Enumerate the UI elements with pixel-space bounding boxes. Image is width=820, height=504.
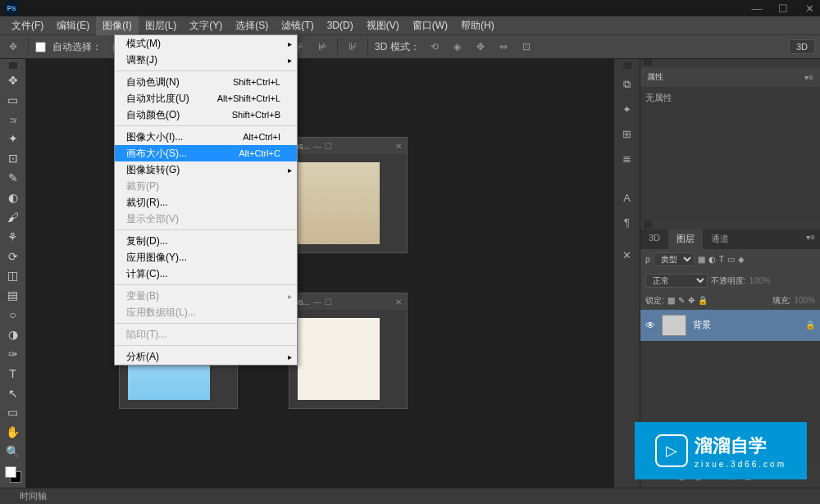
tools-preset-icon[interactable]: ✕ [617,244,637,266]
3d-scale-icon[interactable]: ⊡ [518,39,535,55]
menu-item[interactable]: 复制(D)... [115,233,297,249]
doc-1-min-icon[interactable]: — [313,142,321,151]
move-tool[interactable]: ✥ [3,71,23,89]
color-swatch[interactable] [5,466,21,483]
history-icon[interactable]: ⧉ [617,74,637,95]
tab-channels[interactable]: 通道 [703,229,737,249]
fg-color[interactable] [5,466,16,478]
toolbar-tab[interactable] [9,62,17,69]
character-icon[interactable]: A [617,187,637,208]
menu-item[interactable]: 画布大小(S)...Alt+Ctrl+C [115,145,297,161]
filter-smart-icon[interactable]: ◈ [738,255,745,264]
swatches-icon[interactable]: ⊞ [617,123,637,144]
3d-button[interactable]: 3D [789,39,815,54]
color-icon[interactable]: ✦ [617,98,637,120]
paragraph-icon[interactable]: ¶ [617,211,637,233]
hand-tool[interactable]: ✋ [3,423,23,441]
opacity-value[interactable]: 100% [749,276,771,285]
menu-item[interactable]: 调整(J)▸ [115,52,297,68]
menu-layer[interactable]: 图层(L) [139,16,184,35]
visibility-icon[interactable]: 👁 [645,320,655,331]
layer-item-background[interactable]: 👁 背景 🔒 [640,310,820,341]
type-tool[interactable]: T [3,365,23,383]
3d-pan-icon[interactable]: ✥ [472,39,489,55]
path-tool[interactable]: ↖ [3,384,23,402]
menu-item[interactable]: 计算(C)... [115,266,297,282]
doc-3-min-icon[interactable]: — [313,297,321,306]
doc-1-max-icon[interactable]: ☐ [325,142,332,151]
menu-item[interactable]: 分析(A)▸ [115,348,297,365]
lock-transparent-icon[interactable]: ▩ [667,296,675,305]
document-window-3[interactable]: ps... — ☐ ✕ [289,293,408,409]
filter-type-icon[interactable]: T [719,255,724,264]
filter-adjust-icon[interactable]: ◐ [708,255,716,264]
menu-select[interactable]: 选择(S) [229,16,275,35]
zoom-tool[interactable]: 🔍 [3,443,23,461]
rcol-tab[interactable] [623,62,631,69]
lasso-tool[interactable]: ⟉ [3,111,23,129]
pen-tool[interactable]: ✑ [3,345,23,363]
blend-mode-select[interactable]: 正常 [645,274,708,288]
gradient-tool[interactable]: ▤ [3,286,23,304]
distribute-h-icon[interactable]: ⊭ [314,39,330,55]
marquee-tool[interactable]: ▭ [3,91,23,109]
adjustments-icon[interactable]: ≣ [617,148,637,169]
shape-tool[interactable]: ▭ [3,404,23,422]
doc-3-close-icon[interactable]: ✕ [395,297,402,306]
properties-tab-handle[interactable] [644,59,652,66]
filter-kind-select[interactable]: 类型 [654,252,695,266]
eraser-tool[interactable]: ◫ [3,267,23,285]
3d-roll-icon[interactable]: ◈ [449,39,466,55]
3d-rotate-icon[interactable]: ⟲ [426,39,443,55]
layers-menu-icon[interactable]: ▾≡ [801,229,820,249]
layer-thumbnail[interactable] [662,315,686,336]
tab-layers[interactable]: 图层 [668,229,703,249]
minimize-button[interactable]: — [751,2,763,14]
close-button[interactable]: ✕ [804,2,815,14]
wand-tool[interactable]: ✦ [3,130,23,148]
heal-tool[interactable]: ◐ [3,188,23,207]
menu-item[interactable]: 裁切(R)... [115,194,297,211]
3d-slide-icon[interactable]: ⇔ [495,39,512,55]
history-brush-tool[interactable]: ⟳ [3,247,23,266]
crop-tool[interactable]: ⊡ [3,149,23,167]
menu-item[interactable]: 图像旋转(G)▸ [115,161,297,178]
brush-tool[interactable]: 🖌 [3,208,23,226]
filter-pixel-icon[interactable]: ▦ [698,255,705,264]
fill-value[interactable]: 100% [794,296,815,305]
filter-shape-icon[interactable]: ▭ [727,255,735,264]
space-icon[interactable]: ⊮ [344,39,361,55]
lock-paint-icon[interactable]: ✎ [678,296,685,305]
menu-type[interactable]: 文字(Y) [183,16,229,35]
menu-filter[interactable]: 滤镜(T) [275,16,320,35]
lock-position-icon[interactable]: ✥ [688,296,695,305]
properties-tab[interactable]: 属性 [647,71,663,83]
stamp-tool[interactable]: ⚘ [3,228,23,246]
dodge-tool[interactable]: ◑ [3,325,23,343]
eyedropper-tool[interactable]: ✎ [3,169,23,187]
menu-item[interactable]: 应用图像(Y)... [115,249,297,266]
menu-item[interactable]: 模式(M)▸ [115,35,297,52]
menu-item[interactable]: 自动颜色(O)Shift+Ctrl+B [115,107,297,123]
menu-item[interactable]: 自动色调(N)Shift+Ctrl+L [115,74,297,90]
maximize-button[interactable]: ☐ [777,2,789,14]
document-window-1[interactable]: ps... — ☐ ✕ [289,137,408,253]
layers-tab-handle[interactable] [644,221,652,228]
doc-3-max-icon[interactable]: ☐ [325,297,332,306]
menu-item[interactable]: 自动对比度(U)Alt+Shift+Ctrl+L [115,90,297,107]
menu-item[interactable]: 图像大小(I)...Alt+Ctrl+I [115,129,297,145]
menu-window[interactable]: 窗口(W) [406,16,454,35]
lock-all-icon[interactable]: 🔒 [698,296,708,305]
timeline-label[interactable]: 时间轴 [20,490,47,502]
menu-3d[interactable]: 3D(D) [321,17,360,34]
menu-file[interactable]: 文件(F) [5,16,50,35]
menu-image[interactable]: 图像(I) [96,16,138,35]
menu-help[interactable]: 帮助(H) [454,16,501,35]
tab-3d[interactable]: 3D [640,229,668,249]
doc-1-close-icon[interactable]: ✕ [395,142,402,151]
auto-select-checkbox[interactable] [35,42,46,52]
blur-tool[interactable]: ○ [3,306,23,324]
menu-view[interactable]: 视图(V) [360,16,406,35]
properties-menu-icon[interactable]: ▾≡ [804,73,813,82]
menu-edit[interactable]: 编辑(E) [50,16,96,35]
